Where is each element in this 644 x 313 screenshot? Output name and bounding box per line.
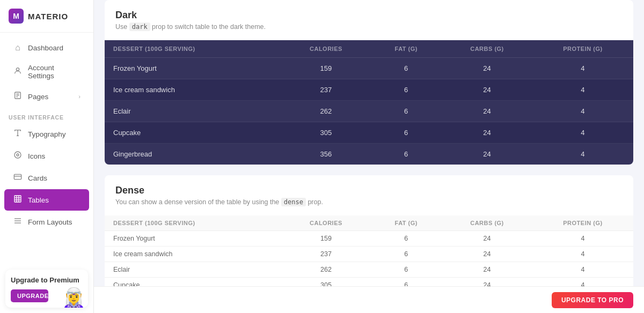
table-cell: Frozen Yogurt [105,231,282,247]
upgrade-to-pro-button[interactable]: UPGRADE TO PRO [552,292,633,308]
logo-letter: M [13,12,19,20]
table-cell: 6 [370,122,442,144]
sidebar-item-label: Cards [28,174,80,182]
sidebar-item-form-layouts[interactable]: Form Layouts [4,211,89,233]
sidebar-item-dashboard[interactable]: ⌂ Dashboard [4,38,89,58]
table-cell: 4 [532,79,633,101]
sidebar-item-cards[interactable]: Cards [4,167,89,189]
table-cell: 4 [532,231,633,247]
dark-table: DESSERT (100G SERVING) CALORIES FAT (G) … [105,40,633,165]
table-row: Eclair2626244 [105,101,633,122]
svg-point-0 [16,68,19,71]
dark-section-desc: Use dark prop to switch table to the dar… [115,23,623,31]
table-cell: 6 [370,79,442,101]
table-cell: 24 [442,58,532,79]
dark-section-header: Dark Use dark prop to switch table to th… [105,0,633,40]
dense-section-header: Dense You can show a dense version of th… [105,175,633,215]
dark-section-title: Dark [115,10,623,21]
sidebar-item-account-settings[interactable]: Account Settings [4,58,89,85]
table-cell: Ice cream sandwich [105,79,282,101]
table-cell: 159 [282,231,371,247]
logo-icon: M [9,9,24,24]
col-calories: CALORIES [282,215,371,231]
table-cell: 4 [532,262,633,278]
upgrade-title: Upgrade to Premium [11,276,83,285]
sidebar-item-pages[interactable]: Pages › [4,86,89,107]
table-cell: 6 [370,262,442,278]
table-cell: Frozen Yogurt [105,58,282,79]
col-calories: CALORIES [282,40,371,58]
table-cell: 356 [282,144,371,165]
table-cell: 24 [442,79,532,101]
table-cell: 4 [532,58,633,79]
col-carbs: CARBS (G) [442,215,532,231]
table-cell: 6 [370,247,442,262]
svg-point-8 [17,154,19,156]
table-cell: 24 [442,247,532,262]
chevron-right-icon: › [78,93,80,100]
svg-rect-11 [14,196,21,202]
main-content: Dark Use dark prop to switch table to th… [94,0,644,313]
section-label-ui: USER INTERFACE [0,108,93,123]
icons-icon [13,151,23,161]
sidebar: M MATERIO ⌂ Dashboard Account Settings P… [0,0,94,313]
col-dessert: DESSERT (100G SERVING) [105,40,282,58]
dark-code-prop: dark [129,23,150,31]
home-icon: ⌂ [13,43,23,53]
svg-point-7 [14,152,21,158]
table-cell: 4 [532,247,633,262]
table-cell: 24 [442,144,532,165]
sidebar-item-label: Typography [28,130,80,138]
table-cell: 262 [282,262,371,278]
table-row: Frozen Yogurt1596244 [105,231,633,247]
table-cell: 24 [442,122,532,144]
table-row: Ice cream sandwich2376244 [105,79,633,101]
table-cell: 24 [442,262,532,278]
table-row: Cupcake3056244 [105,122,633,144]
table-cell: 24 [442,101,532,122]
upgrade-button[interactable]: UPGRADE [11,289,48,302]
table-cell: 24 [442,231,532,247]
col-fat: FAT (G) [370,40,442,58]
table-cell: 159 [282,58,371,79]
col-carbs: CARBS (G) [442,40,532,58]
table-cell: Eclair [105,101,282,122]
table-cell: 6 [370,101,442,122]
table-cell: 305 [282,122,371,144]
table-row: Frozen Yogurt1596244 [105,58,633,79]
sidebar-item-label: Account Settings [28,64,80,80]
sidebar-item-label: Pages [28,93,73,101]
upgrade-banner: Upgrade to Premium UPGRADE 🧝‍♀️ [5,270,88,308]
dark-table-section: Dark Use dark prop to switch table to th… [105,0,633,165]
sidebar-item-typography[interactable]: Typography [4,123,89,145]
dense-section-desc: You can show a dense version of the tabl… [115,198,623,206]
table-cell: Gingerbread [105,144,282,165]
footer-bar: UPGRADE TO PRO [94,286,644,313]
dense-code-prop: dense [281,198,306,206]
logo-area: M MATERIO [0,0,93,33]
col-protein: PROTEIN (G) [532,215,633,231]
content-area: Dark Use dark prop to switch table to th… [94,0,644,313]
sidebar-item-label: Form Layouts [28,218,80,226]
sidebar-nav: ⌂ Dashboard Account Settings Pages › USE… [0,33,93,264]
table-header-row: DESSERT (100G SERVING) CALORIES FAT (G) … [105,215,633,231]
sidebar-item-label: Tables [28,196,80,204]
table-cell: 6 [370,144,442,165]
table-row: Eclair2626244 [105,262,633,278]
mascot-icon: 🧝‍♀️ [62,288,86,308]
cards-icon [13,173,23,183]
table-row: Ice cream sandwich2376244 [105,247,633,262]
sidebar-item-icons[interactable]: Icons [4,145,89,167]
sidebar-item-tables[interactable]: Tables [4,189,89,211]
svg-rect-9 [14,174,21,179]
logo-text: MATERIO [28,12,68,21]
col-protein: PROTEIN (G) [532,40,633,58]
table-cell: 6 [370,231,442,247]
table-cell: 6 [370,58,442,79]
table-cell: Cupcake [105,122,282,144]
table-cell: 262 [282,101,371,122]
table-cell: 4 [532,144,633,165]
table-cell: 4 [532,122,633,144]
dense-section-title: Dense [115,185,623,196]
tables-icon [13,195,23,205]
